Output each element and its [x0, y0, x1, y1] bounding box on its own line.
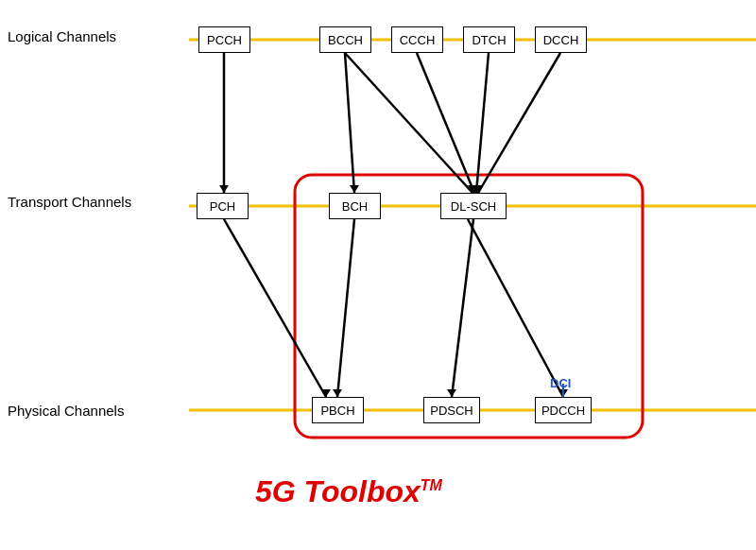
pch-pbch-line — [224, 219, 326, 397]
bcch-bch-line — [345, 53, 354, 193]
dlsch-pdsch-line — [452, 219, 473, 397]
dlsch-pdsch-arrow — [447, 389, 456, 397]
pch-box: PCH — [197, 193, 249, 219]
dtch-dlsch-line — [476, 53, 489, 193]
pcch-pch-arrow — [219, 185, 229, 193]
dlsch-box: DL-SCH — [440, 193, 507, 219]
channel-diagram — [0, 0, 756, 550]
pcch-box: PCCH — [198, 26, 250, 53]
dcch-dlsch-line — [478, 53, 560, 193]
dcch-box: DCCH — [535, 26, 587, 53]
dtch-box: DTCH — [463, 26, 515, 53]
pbch-box: PBCH — [312, 397, 364, 423]
physical-channels-label: Physical Channels — [8, 403, 124, 419]
dlsch-pdcch-line — [468, 219, 563, 397]
bch-pbch-arrow — [333, 389, 342, 397]
pdsch-box: PDSCH — [423, 397, 480, 423]
logical-channels-label: Logical Channels — [8, 28, 116, 44]
dci-label: DCI — [550, 376, 571, 390]
toolbox-title: 5G ToolboxTM — [255, 474, 442, 509]
bch-box: BCH — [329, 193, 381, 219]
bcch-box: BCCH — [319, 26, 371, 53]
bch-pbch-line — [337, 219, 354, 397]
diagram-canvas: Logical Channels Transport Channels Phys… — [0, 0, 756, 550]
ccch-dlsch-line — [417, 53, 474, 193]
bcch-bch-arrow — [350, 185, 359, 193]
transport-channels-label: Transport Channels — [8, 194, 131, 210]
ccch-box: CCCH — [391, 26, 443, 53]
pdcch-box: PDCCH — [535, 397, 592, 423]
bcch-dlsch-line — [345, 53, 472, 193]
